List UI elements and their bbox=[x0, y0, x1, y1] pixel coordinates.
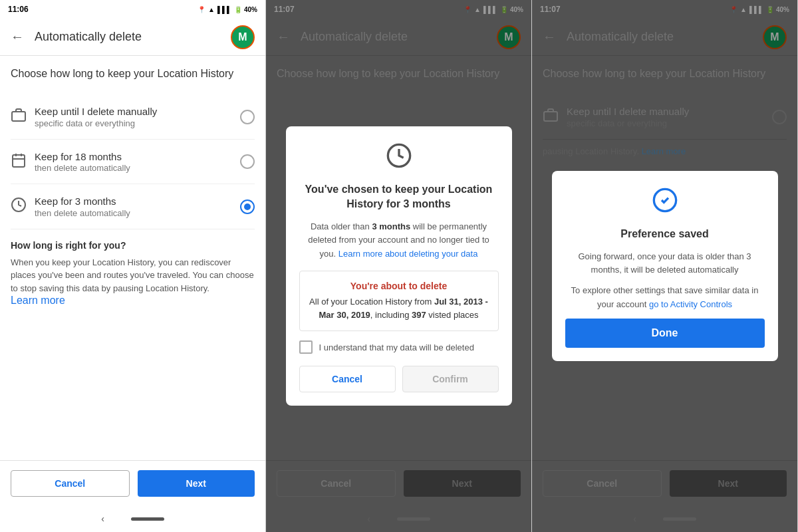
info-text: When you keep your Location History, you… bbox=[11, 256, 255, 295]
option-text-18months: Keep for 18 months then delete automatic… bbox=[35, 150, 240, 174]
svg-rect-0 bbox=[12, 112, 25, 121]
dialog-body-2: Data older than 3 months will be permane… bbox=[299, 220, 499, 261]
learn-more-link-1[interactable]: Learn more bbox=[11, 295, 65, 306]
checkbox-label: I understand that my data will be delete… bbox=[319, 342, 474, 352]
confirm-delete-dialog: You've chosen to keep your Location Hist… bbox=[286, 126, 512, 406]
svg-rect-1 bbox=[13, 155, 25, 167]
done-button[interactable]: Done bbox=[565, 319, 765, 348]
check-circle-icon bbox=[565, 187, 765, 219]
location-icon: 📍 bbox=[198, 6, 205, 13]
preference-saved-dialog: Preference saved Going forward, once you… bbox=[552, 171, 778, 361]
option-label-3months: Keep for 3 months bbox=[35, 195, 240, 208]
option-sub-manual: specific data or everything bbox=[35, 118, 240, 128]
radio-3months[interactable] bbox=[240, 200, 255, 214]
wifi-icon: ▲ bbox=[208, 6, 215, 13]
info-title: How long is right for you? bbox=[11, 240, 255, 251]
preference-body-2: To explore other settings that save simi… bbox=[565, 284, 765, 312]
avatar-1: M bbox=[231, 25, 255, 49]
status-icons-1: 📍 ▲ ▌▌▌ 🔋 40% bbox=[198, 6, 257, 13]
next-button-1[interactable]: Next bbox=[138, 470, 255, 497]
content-1: Choose how long to keep your Location Hi… bbox=[0, 56, 265, 460]
info-section: How long is right for you? When you keep… bbox=[11, 229, 255, 318]
clock-icon-1 bbox=[11, 197, 35, 216]
app-bar-1: ← Automatically delete M bbox=[0, 19, 265, 56]
dialog-title-2: You've chosen to keep your Location Hist… bbox=[299, 182, 499, 212]
dialog-clock-icon bbox=[299, 142, 499, 174]
dialog-title-3: Preference saved bbox=[565, 227, 765, 241]
nav-bar-1: ‹ bbox=[0, 505, 265, 532]
calendar-icon bbox=[11, 152, 35, 172]
battery-icon: 🔋 40% bbox=[234, 6, 257, 13]
nav-back-icon-1[interactable]: ‹ bbox=[101, 513, 104, 524]
dialog-overlay-3: Preference saved Going forward, once you… bbox=[532, 0, 797, 532]
section-title-1: Choose how long to keep your Location Hi… bbox=[11, 66, 255, 81]
activity-controls-link[interactable]: go to Activity Controls bbox=[649, 299, 732, 309]
panel-1: 11:06 📍 ▲ ▌▌▌ 🔋 40% ← Automatically dele… bbox=[0, 0, 266, 532]
back-button-1[interactable]: ← bbox=[11, 29, 24, 45]
panel-3: 11:07 📍 ▲ ▌▌▌ 🔋 40% ← Automatically dele… bbox=[532, 0, 798, 532]
option-text-manual: Keep until I delete manually specific da… bbox=[35, 105, 240, 128]
dialog-confirm-button[interactable]: Confirm bbox=[402, 366, 499, 392]
briefcase-icon bbox=[11, 107, 35, 126]
learn-more-link-2[interactable]: Learn more about deleting your data bbox=[338, 249, 478, 259]
option-sub-3months: then delete automatically bbox=[35, 208, 240, 218]
option-label-manual: Keep until I delete manually bbox=[35, 105, 240, 118]
radio-18months[interactable] bbox=[240, 154, 255, 169]
radio-manual[interactable] bbox=[240, 110, 255, 124]
option-text-3months: Keep for 3 months then delete automatica… bbox=[35, 195, 240, 218]
panel-2: 11:07 📍 ▲ ▌▌▌ 🔋 40% ← Automatically dele… bbox=[266, 0, 532, 532]
signal-icon: ▌▌▌ bbox=[217, 6, 231, 13]
option-sub-18months: then delete automatically bbox=[35, 163, 240, 173]
delete-warning-box: You're about to delete All of your Locat… bbox=[299, 271, 499, 331]
dialog-bold-months: 3 months bbox=[372, 221, 410, 231]
cancel-button-1[interactable]: Cancel bbox=[11, 470, 130, 497]
option-3months[interactable]: Keep for 3 months then delete automatica… bbox=[11, 184, 255, 229]
checkbox-row[interactable]: I understand that my data will be delete… bbox=[299, 340, 499, 354]
delete-warning-text: All of your Location History from Jul 31… bbox=[309, 295, 489, 321]
understand-checkbox[interactable] bbox=[299, 340, 313, 354]
option-manual[interactable]: Keep until I delete manually specific da… bbox=[11, 94, 255, 140]
dialog-cancel-button-2[interactable]: Cancel bbox=[299, 366, 396, 392]
option-label-18months: Keep for 18 months bbox=[35, 150, 240, 164]
preference-body-1: Going forward, once your data is older t… bbox=[565, 250, 765, 278]
dialog-overlay-2: You've chosen to keep your Location Hist… bbox=[266, 0, 531, 532]
bottom-bar-1: Cancel Next bbox=[0, 460, 265, 505]
status-bar-1: 11:06 📍 ▲ ▌▌▌ 🔋 40% bbox=[0, 0, 265, 19]
nav-home-pill-1[interactable] bbox=[131, 517, 164, 521]
time-1: 11:06 bbox=[8, 5, 29, 14]
option-18months[interactable]: Keep for 18 months then delete automatic… bbox=[11, 140, 255, 185]
delete-warning-title: You're about to delete bbox=[309, 281, 489, 291]
app-title-1: Automatically delete bbox=[35, 30, 220, 44]
dialog-buttons-2: Cancel Confirm bbox=[299, 366, 499, 392]
